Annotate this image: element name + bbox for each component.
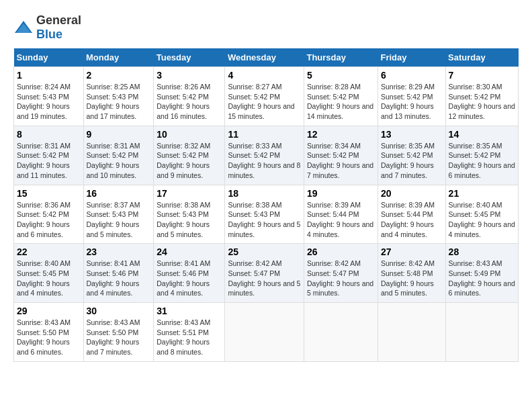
day-info: Sunrise: 8:31 AMSunset: 5:42 PMDaylight:… [87, 141, 151, 181]
day-info: Sunrise: 8:25 AMSunset: 5:43 PMDaylight:… [87, 82, 151, 122]
day-info: Sunrise: 8:42 AMSunset: 5:48 PMDaylight:… [381, 259, 443, 298]
calendar-cell: 16 Sunrise: 8:37 AMSunset: 5:43 PMDaylig… [83, 185, 154, 244]
week-row-2: 8 Sunrise: 8:31 AMSunset: 5:42 PMDayligh… [14, 126, 519, 185]
day-info: Sunrise: 8:43 AMSunset: 5:50 PMDaylight:… [17, 318, 81, 357]
day-info: Sunrise: 8:33 AMSunset: 5:42 PMDaylight:… [228, 141, 301, 181]
calendar-cell: 4 Sunrise: 8:27 AMSunset: 5:42 PMDayligh… [225, 67, 304, 126]
day-info: Sunrise: 8:35 AMSunset: 5:42 PMDaylight:… [449, 141, 515, 181]
day-number: 12 [307, 129, 375, 140]
day-number: 25 [228, 246, 301, 257]
day-info: Sunrise: 8:35 AMSunset: 5:42 PMDaylight:… [381, 141, 443, 181]
day-info: Sunrise: 8:40 AMSunset: 5:45 PMDaylight:… [17, 259, 81, 298]
day-number: 13 [381, 129, 443, 140]
day-info: Sunrise: 8:36 AMSunset: 5:42 PMDaylight:… [17, 200, 81, 240]
day-number: 3 [157, 70, 222, 81]
calendar-cell: 18 Sunrise: 8:38 AMSunset: 5:43 PMDaylig… [225, 185, 304, 244]
calendar-cell: 17 Sunrise: 8:38 AMSunset: 5:43 PMDaylig… [154, 185, 225, 244]
calendar-cell [304, 303, 378, 362]
day-info: Sunrise: 8:37 AMSunset: 5:43 PMDaylight:… [87, 200, 151, 240]
calendar-cell: 21 Sunrise: 8:40 AMSunset: 5:45 PMDaylig… [445, 185, 518, 244]
day-info: Sunrise: 8:43 AMSunset: 5:51 PMDaylight:… [157, 318, 222, 357]
calendar-cell: 5 Sunrise: 8:28 AMSunset: 5:42 PMDayligh… [304, 67, 378, 126]
header-thursday: Thursday [304, 48, 378, 67]
calendar-cell: 6 Sunrise: 8:29 AMSunset: 5:42 PMDayligh… [378, 67, 445, 126]
day-number: 4 [228, 70, 301, 81]
day-info: Sunrise: 8:39 AMSunset: 5:44 PMDaylight:… [381, 200, 443, 240]
day-info: Sunrise: 8:27 AMSunset: 5:42 PMDaylight:… [228, 82, 301, 122]
calendar-cell: 20 Sunrise: 8:39 AMSunset: 5:44 PMDaylig… [378, 185, 445, 244]
calendar-header-row: SundayMondayTuesdayWednesdayThursdayFrid… [14, 48, 519, 67]
header: General Blue [13, 13, 519, 42]
calendar-cell: 28 Sunrise: 8:43 AMSunset: 5:49 PMDaylig… [445, 244, 518, 303]
day-info: Sunrise: 8:26 AMSunset: 5:42 PMDaylight:… [157, 82, 222, 122]
calendar-cell [378, 303, 445, 362]
day-number: 9 [87, 129, 151, 140]
day-info: Sunrise: 8:24 AMSunset: 5:43 PMDaylight:… [17, 82, 81, 122]
day-info: Sunrise: 8:40 AMSunset: 5:45 PMDaylight:… [449, 200, 515, 240]
day-info: Sunrise: 8:30 AMSunset: 5:42 PMDaylight:… [449, 82, 515, 122]
calendar-cell: 12 Sunrise: 8:34 AMSunset: 5:42 PMDaylig… [304, 126, 378, 185]
calendar-cell: 25 Sunrise: 8:42 AMSunset: 5:47 PMDaylig… [225, 244, 304, 303]
day-number: 1 [17, 70, 81, 81]
day-number: 24 [157, 246, 222, 257]
calendar-table: SundayMondayTuesdayWednesdayThursdayFrid… [13, 48, 519, 362]
logo: General Blue [13, 13, 81, 42]
day-info: Sunrise: 8:42 AMSunset: 5:47 PMDaylight:… [307, 259, 375, 298]
day-info: Sunrise: 8:41 AMSunset: 5:46 PMDaylight:… [87, 259, 151, 298]
header-sunday: Sunday [14, 48, 84, 67]
calendar-cell: 7 Sunrise: 8:30 AMSunset: 5:42 PMDayligh… [445, 67, 518, 126]
logo-general: General [36, 13, 81, 27]
day-number: 31 [157, 306, 222, 316]
calendar-cell: 29 Sunrise: 8:43 AMSunset: 5:50 PMDaylig… [14, 303, 84, 362]
day-info: Sunrise: 8:42 AMSunset: 5:47 PMDaylight:… [228, 259, 301, 298]
day-info: Sunrise: 8:38 AMSunset: 5:43 PMDaylight:… [157, 200, 222, 240]
day-info: Sunrise: 8:34 AMSunset: 5:42 PMDaylight:… [307, 141, 375, 181]
day-number: 11 [228, 129, 301, 140]
day-number: 19 [307, 188, 375, 199]
day-info: Sunrise: 8:32 AMSunset: 5:42 PMDaylight:… [157, 141, 222, 181]
calendar-cell: 1 Sunrise: 8:24 AMSunset: 5:43 PMDayligh… [14, 67, 84, 126]
day-number: 17 [157, 188, 222, 199]
day-number: 26 [307, 246, 375, 257]
header-saturday: Saturday [445, 48, 518, 67]
day-number: 2 [87, 70, 151, 81]
header-wednesday: Wednesday [225, 48, 304, 67]
calendar-cell: 8 Sunrise: 8:31 AMSunset: 5:42 PMDayligh… [14, 126, 84, 185]
day-number: 14 [449, 129, 515, 140]
calendar-cell: 14 Sunrise: 8:35 AMSunset: 5:42 PMDaylig… [445, 126, 518, 185]
day-number: 22 [17, 246, 81, 257]
day-info: Sunrise: 8:39 AMSunset: 5:44 PMDaylight:… [307, 200, 375, 240]
day-number: 6 [381, 70, 443, 81]
day-number: 8 [17, 129, 81, 140]
logo-icon [13, 19, 34, 36]
calendar-cell: 9 Sunrise: 8:31 AMSunset: 5:42 PMDayligh… [83, 126, 154, 185]
calendar-cell: 15 Sunrise: 8:36 AMSunset: 5:42 PMDaylig… [14, 185, 84, 244]
week-row-1: 1 Sunrise: 8:24 AMSunset: 5:43 PMDayligh… [14, 67, 519, 126]
calendar-cell: 27 Sunrise: 8:42 AMSunset: 5:48 PMDaylig… [378, 244, 445, 303]
logo-blue: Blue [36, 28, 62, 41]
day-number: 18 [228, 188, 301, 199]
calendar-cell: 11 Sunrise: 8:33 AMSunset: 5:42 PMDaylig… [225, 126, 304, 185]
calendar-cell [225, 303, 304, 362]
day-number: 27 [381, 246, 443, 257]
header-tuesday: Tuesday [154, 48, 225, 67]
week-row-4: 22 Sunrise: 8:40 AMSunset: 5:45 PMDaylig… [14, 244, 519, 303]
week-row-3: 15 Sunrise: 8:36 AMSunset: 5:42 PMDaylig… [14, 185, 519, 244]
calendar-cell [445, 303, 518, 362]
header-friday: Friday [378, 48, 445, 67]
day-info: Sunrise: 8:31 AMSunset: 5:42 PMDaylight:… [17, 141, 81, 181]
calendar-cell: 10 Sunrise: 8:32 AMSunset: 5:42 PMDaylig… [154, 126, 225, 185]
calendar-cell: 2 Sunrise: 8:25 AMSunset: 5:43 PMDayligh… [83, 67, 154, 126]
day-info: Sunrise: 8:29 AMSunset: 5:42 PMDaylight:… [381, 82, 443, 122]
calendar-cell: 13 Sunrise: 8:35 AMSunset: 5:42 PMDaylig… [378, 126, 445, 185]
day-number: 28 [449, 246, 515, 257]
calendar-cell: 26 Sunrise: 8:42 AMSunset: 5:47 PMDaylig… [304, 244, 378, 303]
day-info: Sunrise: 8:43 AMSunset: 5:50 PMDaylight:… [87, 318, 151, 357]
day-number: 10 [157, 129, 222, 140]
day-number: 5 [307, 70, 375, 81]
calendar-cell: 22 Sunrise: 8:40 AMSunset: 5:45 PMDaylig… [14, 244, 84, 303]
calendar-cell: 23 Sunrise: 8:41 AMSunset: 5:46 PMDaylig… [83, 244, 154, 303]
day-info: Sunrise: 8:28 AMSunset: 5:42 PMDaylight:… [307, 82, 375, 122]
week-row-5: 29 Sunrise: 8:43 AMSunset: 5:50 PMDaylig… [14, 303, 519, 362]
calendar-cell: 31 Sunrise: 8:43 AMSunset: 5:51 PMDaylig… [154, 303, 225, 362]
